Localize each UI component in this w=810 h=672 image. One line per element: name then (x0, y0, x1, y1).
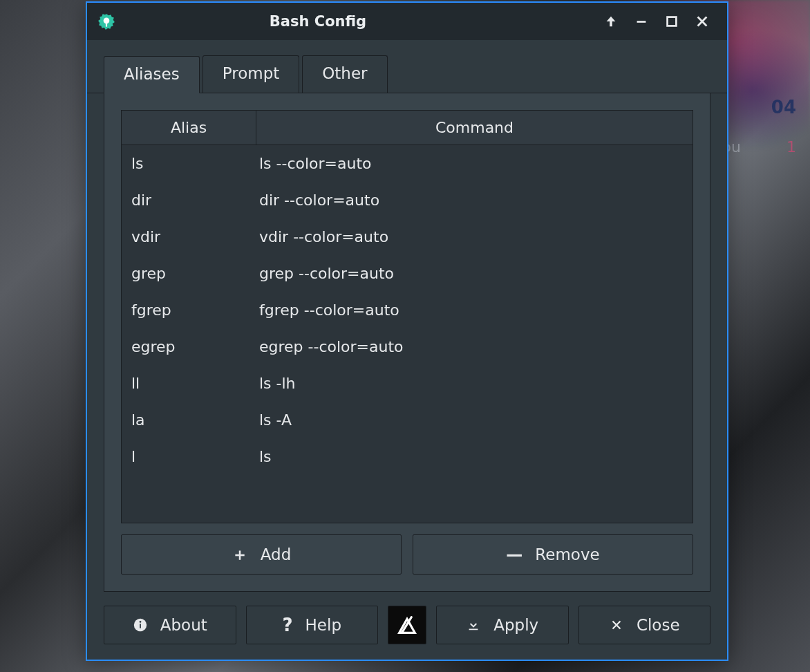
maximize-button[interactable] (657, 6, 687, 37)
button-label: About (160, 616, 207, 634)
cell-command: egrep --color=auto (256, 338, 693, 355)
bash-config-window: Bash Config Aliases Prompt Other Alias (86, 1, 728, 661)
table-row[interactable]: lls (122, 438, 693, 475)
cell-command: ls --color=auto (256, 155, 693, 172)
table-row[interactable]: lals -A (122, 402, 693, 438)
button-label: Remove (535, 545, 599, 563)
cell-alias: grep (122, 265, 256, 282)
question-icon: ? (282, 615, 292, 635)
cell-alias: fgrep (122, 301, 256, 319)
table-row[interactable]: dirdir --color=auto (122, 182, 693, 218)
close-window-button[interactable] (687, 6, 717, 37)
titlebar: Bash Config (87, 3, 727, 40)
row-action-bar: ＋ Add — Remove (121, 534, 693, 575)
info-icon (133, 617, 148, 633)
cell-command: ls -A (256, 411, 693, 429)
svg-rect-5 (140, 624, 141, 628)
help-button[interactable]: ? Help (246, 606, 379, 644)
close-button[interactable]: Close (578, 606, 711, 644)
tab-other[interactable]: Other (302, 55, 387, 93)
table-row[interactable]: lsls --color=auto (122, 145, 693, 182)
column-header-command[interactable]: Command (256, 111, 693, 144)
cell-alias: l (122, 448, 256, 465)
table-row[interactable]: grepgrep --color=auto (122, 255, 693, 292)
tab-label: Other (322, 64, 367, 82)
desktop-hint-text: 04 (771, 97, 796, 118)
table-row[interactable]: fgrepfgrep --color=auto (122, 292, 693, 328)
desktop-hint-text: 1 (787, 138, 796, 156)
cell-alias: ll (122, 375, 256, 392)
aliases-panel: Alias Command lsls --color=autodirdir --… (104, 93, 710, 592)
tab-prompt[interactable]: Prompt (202, 55, 300, 93)
table-row[interactable]: vdirvdir --color=auto (122, 218, 693, 255)
cell-alias: vdir (122, 228, 256, 245)
cell-command: dir --color=auto (256, 192, 693, 209)
apply-button[interactable]: Apply (436, 606, 569, 644)
svg-rect-2 (637, 21, 646, 23)
cell-command: ls (256, 448, 693, 465)
download-icon (466, 617, 481, 633)
button-label: Apply (493, 616, 538, 634)
column-header-alias[interactable]: Alias (122, 111, 256, 144)
cell-command: vdir --color=auto (256, 228, 693, 245)
cell-alias: egrep (122, 338, 256, 355)
about-button[interactable]: About (104, 606, 236, 644)
tab-bar: Aliases Prompt Other (87, 40, 727, 93)
cell-alias: dir (122, 192, 256, 209)
button-label: Help (305, 616, 341, 634)
cell-command: ls -lh (256, 375, 693, 392)
aliases-table: Alias Command lsls --color=autodirdir --… (121, 110, 693, 523)
add-button[interactable]: ＋ Add (121, 534, 402, 575)
mx-logo-icon (397, 615, 417, 635)
window-title: Bash Config (40, 13, 596, 30)
svg-rect-3 (668, 17, 677, 26)
tab-label: Prompt (223, 64, 280, 82)
mx-logo-button[interactable] (388, 606, 426, 644)
svg-point-6 (139, 621, 141, 623)
cell-command: fgrep --color=auto (256, 301, 693, 319)
tab-label: Aliases (124, 65, 180, 83)
tab-aliases[interactable]: Aliases (104, 56, 200, 93)
cell-alias: la (122, 411, 256, 429)
button-label: Add (261, 545, 292, 563)
plus-icon: ＋ (232, 546, 248, 563)
cell-command: grep --color=auto (256, 265, 693, 282)
minus-icon: — (506, 546, 522, 563)
cell-alias: ls (122, 155, 256, 172)
table-header-row: Alias Command (122, 111, 693, 145)
minimize-button[interactable] (626, 6, 657, 37)
close-icon (609, 617, 624, 633)
table-row[interactable]: llls -lh (122, 365, 693, 402)
button-label: Close (637, 616, 680, 634)
footer-bar: About ? Help Apply Close (87, 592, 727, 660)
keep-above-button[interactable] (596, 6, 626, 37)
table-row[interactable]: egrepegrep --color=auto (122, 328, 693, 365)
remove-button[interactable]: — Remove (413, 534, 693, 575)
table-body[interactable]: lsls --color=autodirdir --color=autovdir… (122, 145, 693, 523)
